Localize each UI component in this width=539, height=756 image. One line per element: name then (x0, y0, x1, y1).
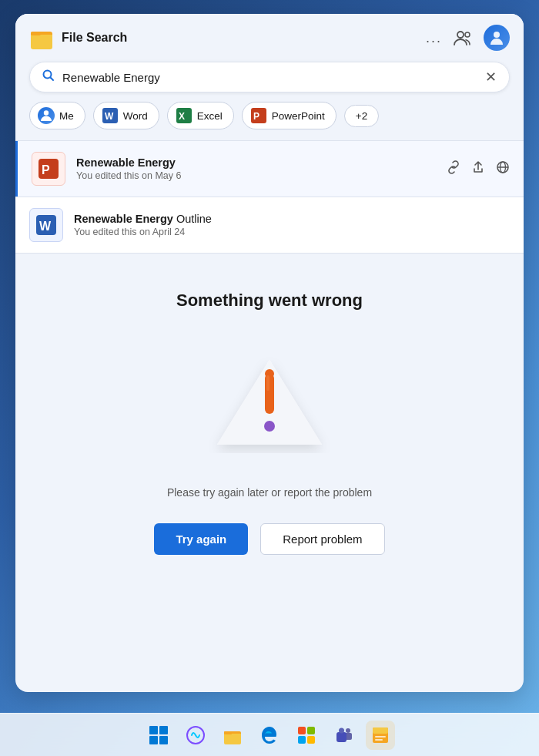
user-avatar[interactable] (484, 25, 510, 51)
app-icon (29, 25, 54, 50)
svg-rect-37 (336, 732, 346, 742)
svg-rect-27 (149, 736, 158, 744)
globe-icon[interactable] (496, 160, 510, 178)
svg-rect-26 (159, 726, 168, 734)
file-info-2: Renewable Energy Outline You edited this… (74, 213, 510, 237)
filter-powerpoint-label: PowerPoint (272, 110, 325, 122)
file-name-2: Renewable Energy Outline (74, 213, 510, 225)
file-explorer-icon[interactable] (218, 721, 247, 750)
file-icon-word: W (29, 208, 63, 242)
file-meta-1: You edited this on May 6 (76, 170, 447, 181)
file-name-suffix-2: Outline (173, 213, 212, 225)
file-name-1: Renewable Energy (76, 156, 447, 169)
error-section: Something went wrong Please (15, 254, 524, 586)
header: File Search ... (15, 14, 524, 59)
file-meta-2: You edited this on April 24 (74, 227, 510, 237)
file-info-1: Renewable Energy You edited this on May … (76, 156, 447, 181)
filter-row: Me W Word X Excel (15, 102, 524, 140)
edge-icon[interactable] (255, 721, 284, 750)
action-icons-1 (447, 160, 510, 178)
me-icon (38, 107, 55, 124)
filter-more-label: +2 (356, 110, 367, 122)
svg-rect-31 (224, 731, 232, 734)
button-row: Try again Report problem (154, 523, 384, 555)
svg-point-36 (346, 728, 350, 733)
word-icon: W (102, 107, 119, 124)
svg-rect-1 (31, 32, 41, 35)
app-title: File Search (62, 31, 127, 45)
link-icon[interactable] (447, 160, 460, 178)
svg-rect-33 (307, 727, 315, 734)
svg-rect-35 (307, 736, 315, 744)
filter-word-label: Word (123, 110, 148, 122)
store-icon[interactable] (292, 721, 321, 750)
people-icon[interactable] (453, 28, 473, 48)
svg-text:P: P (42, 163, 50, 176)
svg-point-4 (494, 32, 500, 38)
svg-rect-28 (159, 736, 168, 744)
svg-text:P: P (253, 111, 259, 122)
svg-text:X: X (179, 111, 185, 122)
powerpoint-icon: P (250, 107, 267, 124)
teams-icon[interactable] (329, 721, 358, 750)
svg-rect-41 (375, 736, 386, 738)
svg-rect-32 (298, 727, 306, 734)
share-icon[interactable] (471, 160, 485, 178)
error-illustration (208, 338, 331, 462)
filter-chip-powerpoint[interactable]: P PowerPoint (242, 102, 336, 129)
filter-chip-excel[interactable]: X Excel (167, 102, 234, 129)
error-title: Something went wrong (176, 291, 363, 311)
main-panel: File Search ... (15, 14, 524, 692)
svg-point-2 (457, 32, 464, 38)
svg-rect-24 (266, 375, 270, 391)
search-icon (42, 69, 55, 85)
search-bar: ✕ (29, 62, 510, 92)
filter-chip-more[interactable]: +2 (344, 105, 379, 127)
svg-text:W: W (105, 111, 114, 122)
filter-chip-word[interactable]: W Word (93, 102, 159, 129)
svg-point-38 (339, 727, 344, 733)
result-item-1[interactable]: P Renewable Energy You edited this on Ma… (15, 141, 524, 197)
excel-icon: X (176, 107, 192, 124)
clear-search-button[interactable]: ✕ (485, 69, 497, 86)
svg-text:W: W (39, 220, 52, 233)
sticky-notes-icon[interactable] (366, 721, 395, 750)
report-problem-button[interactable]: Report problem (260, 523, 384, 555)
filter-excel-label: Excel (197, 110, 223, 122)
filter-chip-me[interactable]: Me (29, 102, 85, 129)
more-options-button[interactable]: ... (426, 30, 442, 46)
svg-rect-25 (149, 726, 158, 734)
try-again-button[interactable]: Try again (154, 523, 248, 555)
svg-rect-34 (298, 736, 306, 744)
filter-me-label: Me (59, 110, 74, 122)
search-input[interactable] (62, 71, 485, 84)
error-description: Please try again later or report the pro… (167, 486, 372, 499)
file-icon-ppt: P (32, 152, 65, 186)
svg-rect-42 (375, 739, 383, 741)
header-left: File Search (29, 25, 127, 50)
svg-point-6 (44, 110, 49, 115)
copilot-icon[interactable] (181, 721, 210, 750)
result-item-2[interactable]: W Renewable Energy Outline You edited th… (15, 197, 524, 253)
svg-point-3 (465, 32, 470, 37)
header-right: ... (426, 25, 510, 51)
taskbar (0, 713, 539, 756)
windows-start-icon[interactable] (144, 721, 173, 750)
svg-point-23 (264, 421, 275, 432)
svg-rect-40 (373, 727, 388, 734)
